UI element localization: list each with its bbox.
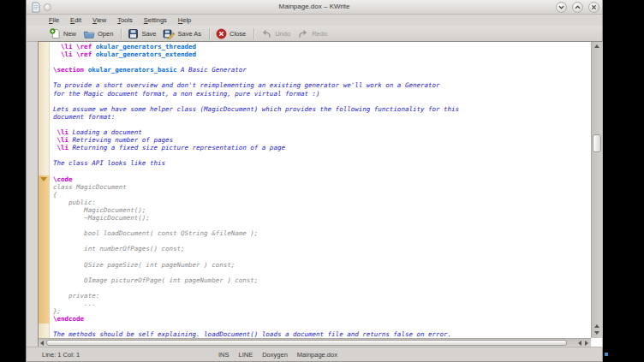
editor-line: { [53, 191, 591, 199]
editor-line: bool loadDocument( const QString &fileNa… [53, 229, 591, 237]
statusbar-segment: Doxygen [262, 351, 288, 359]
editor-line: ... [53, 300, 591, 307]
toolbar-button-label: Save [141, 30, 156, 38]
window-title: Mainpage.dox – KWrite [27, 3, 602, 10]
editor-line [53, 237, 591, 245]
toolbar: NewOpenSaveSave AsCloseUndoRedo [27, 26, 602, 42]
toolbar-separator [253, 28, 254, 39]
editor: \li \ref okular_generators_threaded \li … [38, 41, 603, 347]
menu-settings[interactable]: Settings [142, 16, 169, 24]
code-folding-border[interactable] [39, 42, 50, 338]
new-button[interactable]: New [47, 27, 80, 40]
maximize-button[interactable] [572, 2, 583, 13]
menu-view[interactable]: View [91, 16, 108, 24]
menubar: FileEditViewToolsSettingsHelp [27, 15, 602, 26]
toolbar-button-label: Redo [312, 30, 327, 38]
editor-line [53, 58, 591, 66]
scroll-down-icon[interactable] [594, 331, 599, 335]
kwrite-window: Mainpage.dox – KWrite FileEditViewToolsS… [26, 0, 603, 362]
editor-line [53, 121, 591, 128]
toolbar-button-label: Undo [275, 30, 290, 38]
editor-line: To provide a short overview and don't re… [53, 81, 591, 89]
toolbar-button-label: Close [230, 30, 246, 38]
editor-line [53, 151, 591, 159]
redo-icon [297, 28, 309, 39]
editor-text-area[interactable]: \li \ref okular_generators_threaded \li … [51, 42, 591, 338]
editor-line: private: [53, 292, 591, 300]
toolbar-separator [209, 28, 210, 39]
editor-line [53, 98, 591, 105]
editor-line: \code [53, 175, 591, 183]
editor-line: int numberOfPages() const; [53, 245, 591, 252]
editor-line [53, 74, 591, 81]
statusbar-segment: LINE [239, 351, 253, 359]
fold-collapse-icon[interactable] [40, 177, 47, 181]
editor-line: }; [53, 307, 591, 315]
statusbar-segment: Mainpage.dox [297, 351, 337, 359]
menu-file[interactable]: File [47, 16, 61, 24]
editor-line: MagicDocument(); [53, 206, 591, 214]
scroll-up-icon[interactable] [594, 45, 599, 48]
editor-line: \endcode [53, 315, 591, 323]
statusbar-segments: INSLINEDoxygenMainpage.dox [218, 351, 337, 359]
editor-line [53, 222, 591, 229]
vertical-scrollbar[interactable] [591, 42, 602, 338]
close-window-button[interactable] [588, 2, 599, 13]
new-document-icon [50, 28, 61, 39]
statusbar-segment: INS [218, 351, 230, 359]
editor-line: public: [53, 199, 591, 206]
scroll-left-icon[interactable] [578, 341, 581, 346]
toolbar-separator [121, 28, 122, 39]
editor-line [53, 269, 591, 276]
editor-line: The class API looks like this [53, 159, 591, 167]
vertical-scrollbar-thumb[interactable] [593, 134, 601, 152]
editor-line: QSize pageSize( int pageNumber ) const; [53, 261, 591, 269]
save-as-button[interactable]: Save As [160, 27, 206, 40]
editor-line: \li Returning a fixed size picture repre… [53, 144, 591, 151]
open-folder-icon [83, 28, 95, 39]
editor-line [53, 323, 591, 330]
menu-help[interactable]: Help [176, 16, 193, 24]
editor-line: ~MagicDocument(); [53, 214, 591, 222]
horizontal-scrollbar[interactable] [39, 338, 591, 347]
save-as-icon [163, 28, 175, 39]
close-button[interactable]: Close [213, 27, 250, 40]
statusbar: Line: 1 Col: 1 INSLINEDoxygenMainpage.do… [27, 347, 602, 361]
save-icon [128, 28, 139, 39]
window-controls [556, 2, 599, 13]
editor-line: \li Loading a document [53, 128, 591, 136]
editor-line: document format: [53, 113, 591, 121]
titlebar[interactable]: Mainpage.dox – KWrite [27, 0, 602, 15]
undo-button[interactable]: Undo [258, 27, 295, 40]
editor-line [53, 284, 591, 292]
editor-line: QImage pictureOfPage( int pageNumber ) c… [53, 276, 591, 284]
open-button[interactable]: Open [80, 27, 117, 40]
screen: Mainpage.dox – KWrite FileEditViewToolsS… [0, 0, 644, 362]
menu-tools[interactable]: Tools [116, 16, 134, 24]
menu-edit[interactable]: Edit [69, 16, 83, 24]
scroll-left-icon[interactable] [40, 341, 44, 346]
editor-line: \section okular_generators_basic A Basic… [53, 66, 591, 74]
toolbar-button-label: Save As [177, 30, 201, 38]
editor-line: \li Retrieving number of pages [53, 136, 591, 144]
resize-grip[interactable] [605, 353, 608, 356]
undo-icon [260, 28, 272, 39]
fold-region-highlight [39, 175, 50, 323]
cursor-position-label: Line: 1 Col: 1 [42, 351, 80, 359]
minimize-button[interactable] [556, 2, 567, 13]
toolbar-button-label: New [63, 30, 76, 38]
editor-line: \li \ref okular_generators_threaded [53, 43, 591, 50]
save-button[interactable]: Save [125, 27, 160, 40]
redo-button[interactable]: Redo [295, 27, 331, 40]
toolbar-button-label: Open [98, 30, 113, 38]
editor-line: class MagicDocument [53, 183, 591, 191]
horizontal-scrollbar-thumb[interactable] [46, 340, 567, 346]
editor-line [53, 168, 591, 175]
scroll-up-icon[interactable] [594, 324, 599, 328]
editor-line [53, 253, 591, 261]
scroll-right-icon[interactable] [585, 341, 588, 346]
editor-line: for the Magic document format, a non exi… [53, 90, 591, 98]
editor-line: The methods should be self explaining. l… [53, 330, 591, 338]
editor-line: \li \ref okular_generators_extended [53, 50, 591, 58]
editor-line: Lets assume we have some helper class (M… [53, 105, 591, 113]
